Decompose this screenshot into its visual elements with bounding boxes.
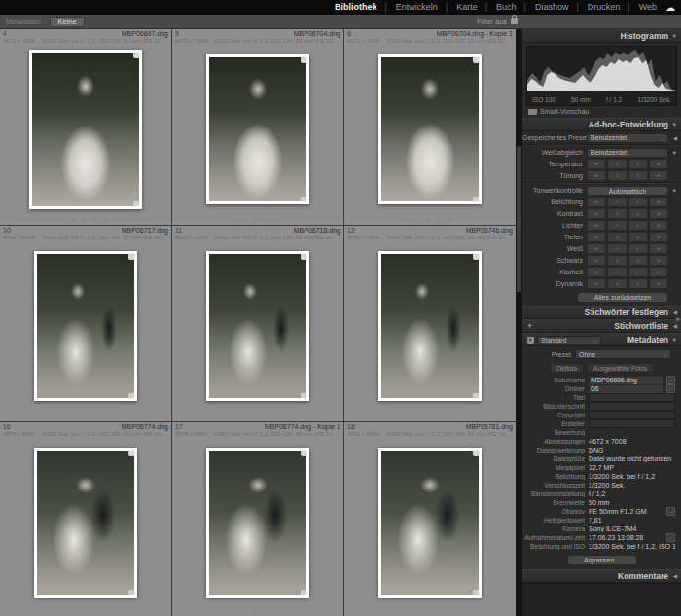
collection-badge-icon[interactable]: [128, 253, 135, 260]
step-button[interactable]: ›: [628, 278, 648, 289]
photo-thumbnail[interactable]: [172, 241, 343, 411]
photo-thumbnail[interactable]: [344, 241, 516, 411]
chevron-down-icon[interactable]: ▼: [672, 188, 677, 194]
step-button[interactable]: ›: [628, 197, 648, 207]
photo-thumbnail[interactable]: [344, 438, 516, 607]
caption-field[interactable]: [589, 402, 675, 411]
step-button[interactable]: ‹‹: [587, 267, 606, 277]
step-button[interactable]: ››: [649, 197, 668, 207]
rating-dots[interactable]: · · · · ·: [344, 215, 516, 224]
step-button[interactable]: ‹: [607, 208, 627, 219]
step-button[interactable]: ‹: [607, 278, 627, 289]
step-button[interactable]: ‹‹: [587, 243, 606, 254]
step-button[interactable]: ›: [628, 170, 648, 181]
photo-thumbnail[interactable]: [172, 45, 343, 214]
copyright-field[interactable]: [589, 411, 675, 419]
metadata-panel-header[interactable]: Standard ⌄ Metadaten ▼: [522, 333, 681, 346]
histogram-chart[interactable]: ISO 100 50 mm f / 1,2 1/3200 Sek.: [526, 46, 677, 106]
step-button[interactable]: ›: [628, 232, 648, 242]
thumbnail-badge-icon[interactable]: [128, 393, 135, 399]
rating-dots[interactable]: · · · · ·: [344, 608, 516, 616]
grid-cell[interactable]: 10MBP06717.dng 4406 x 66081/500 Sek. bei…: [0, 226, 171, 421]
target-photo-button[interactable]: Zielfoto: [550, 363, 584, 373]
grid-cell[interactable]: 16MBP06774.dng 3878 x 58671/320 Sek. bei…: [0, 422, 171, 616]
photo-thumbnail[interactable]: [0, 45, 171, 214]
step-button[interactable]: ‹: [607, 232, 627, 242]
vibrance-stepper[interactable]: ‹‹‹›››: [587, 278, 668, 289]
blacks-stepper[interactable]: ‹‹‹›››: [587, 255, 668, 266]
panel-collapse-arrow-icon[interactable]: ►: [675, 315, 681, 322]
metadata-view-dropdown[interactable]: Standard ⌄: [537, 336, 601, 344]
grid-cell[interactable]: 4MBP06697.dng 4672 x 70081/320 Sek. bei …: [0, 29, 171, 225]
step-button[interactable]: ‹: [607, 159, 627, 169]
collection-badge-icon[interactable]: [133, 52, 140, 58]
rating-dots[interactable]: · · · · ·: [344, 412, 516, 420]
chevron-down-icon[interactable]: ▼: [672, 33, 677, 39]
step-button[interactable]: ››: [649, 220, 668, 231]
module-tab-buch[interactable]: Buch: [482, 0, 520, 15]
step-button[interactable]: ‹: [607, 220, 627, 231]
collection-badge-icon[interactable]: [301, 253, 307, 260]
whites-stepper[interactable]: ‹‹‹›››: [587, 243, 668, 254]
lock-icon[interactable]: [511, 18, 518, 24]
step-button[interactable]: ›: [628, 255, 648, 266]
rating-dots[interactable]: · · · · ·: [0, 215, 171, 224]
keywording-panel-header[interactable]: Stichwörter festlegen ◀: [522, 306, 681, 319]
module-tab-karte[interactable]: Karte: [442, 0, 482, 15]
thumbnail-badge-icon[interactable]: [301, 393, 307, 399]
grid-cell[interactable]: 17MBP06774.dng - Kopie 1 3878 x 58671/32…: [172, 422, 343, 616]
grid-scrollbar-thumb[interactable]: [517, 146, 521, 292]
step-button[interactable]: ››: [649, 208, 668, 219]
collection-badge-icon[interactable]: [301, 450, 307, 456]
thumbnail-badge-icon[interactable]: [473, 393, 480, 399]
step-button[interactable]: ›: [628, 243, 648, 254]
module-tab-bibliothek[interactable]: Bibliothek: [331, 0, 381, 15]
add-keyword-icon[interactable]: +: [527, 321, 532, 331]
thumbnail-badge-icon[interactable]: [301, 590, 307, 596]
step-button[interactable]: ‹‹: [587, 170, 606, 181]
step-button[interactable]: ‹: [607, 197, 627, 207]
step-button[interactable]: ›: [628, 208, 648, 219]
collection-badge-icon[interactable]: [473, 253, 480, 260]
chevron-down-icon[interactable]: ▼: [672, 150, 677, 156]
module-tab-diashow[interactable]: Diashow: [520, 0, 573, 15]
rating-dots[interactable]: · · · · ·: [0, 412, 171, 420]
step-button[interactable]: ‹‹: [587, 255, 606, 266]
rating-dots[interactable]: · · · · ·: [172, 412, 343, 420]
photo-thumbnail[interactable]: [344, 45, 516, 214]
thumbnail-badge-icon[interactable]: [473, 197, 480, 202]
comments-panel-header[interactable]: Kommentare ◀: [522, 569, 681, 583]
field-action-icon[interactable]: →: [666, 533, 675, 542]
quick-develop-panel-header[interactable]: Ad-hoc-Entwicklung ▼: [522, 118, 681, 131]
title-field[interactable]: [589, 393, 675, 402]
filter-option-metadaten[interactable]: Metadaten: [6, 18, 40, 26]
white-balance-dropdown[interactable]: Benutzerdef. ⌄: [587, 148, 668, 158]
histogram-panel-header[interactable]: Histogramm ▼: [522, 29, 681, 43]
step-button[interactable]: ‹: [607, 267, 627, 277]
clarity-stepper[interactable]: ‹‹‹›››: [587, 267, 668, 277]
thumbnail-badge-icon[interactable]: [128, 590, 135, 596]
grid-cell[interactable]: 6MBP06704.dng - Kopie 1 4672 x 70081/320…: [344, 29, 516, 225]
creator-field[interactable]: [589, 419, 675, 428]
tint-stepper[interactable]: ‹‹‹›››: [587, 170, 668, 181]
step-button[interactable]: ‹: [607, 170, 627, 181]
keyword-list-panel-header[interactable]: + Stichwortliste ◀: [522, 319, 681, 333]
photo-thumbnail[interactable]: [0, 241, 171, 411]
step-button[interactable]: ‹‹: [587, 232, 606, 242]
contrast-stepper[interactable]: ‹‹‹›››: [587, 208, 668, 219]
module-tab-entwickeln[interactable]: Entwickeln: [381, 0, 442, 15]
folder-field[interactable]: 06: [589, 384, 663, 394]
grid-cell[interactable]: 11MBP06718.dng 4672 x 70081/500 Sek. bei…: [172, 226, 343, 421]
filter-option-keine[interactable]: Keine: [50, 17, 84, 27]
selected-photos-button[interactable]: Ausgewählte Fotos: [587, 363, 654, 373]
collection-badge-icon[interactable]: [301, 56, 307, 63]
thumbnail-badge-icon[interactable]: [301, 197, 307, 202]
cloud-sync-icon[interactable]: ☁: [665, 0, 675, 15]
smart-preview-status[interactable]: Smart-Vorschau: [522, 107, 681, 118]
step-button[interactable]: ››: [649, 232, 668, 242]
highlights-stepper[interactable]: ‹‹‹›››: [587, 220, 668, 231]
step-button[interactable]: ‹‹: [587, 208, 606, 219]
chevron-down-icon[interactable]: ▼: [672, 337, 677, 343]
step-button[interactable]: ‹‹: [587, 159, 606, 169]
shadows-stepper[interactable]: ‹‹‹›››: [587, 232, 668, 242]
